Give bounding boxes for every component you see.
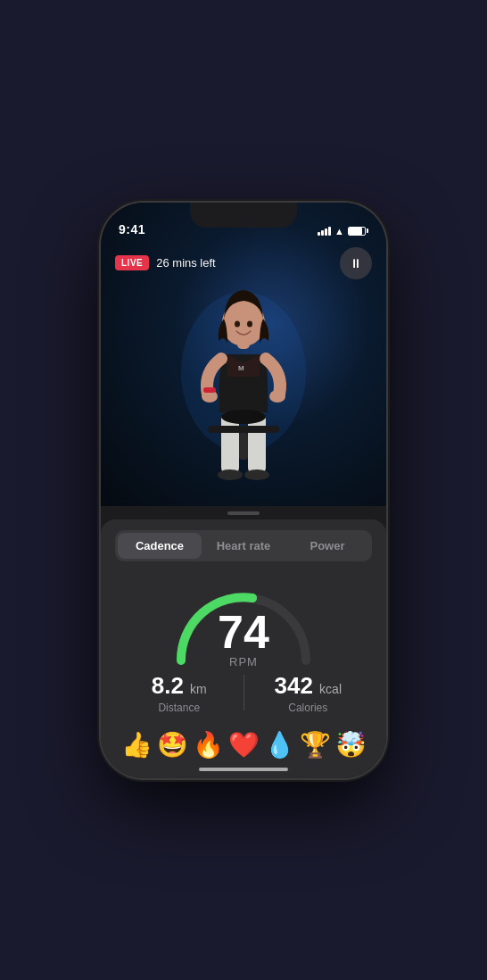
phone-shell: 9:41 ▲ bbox=[101, 203, 386, 778]
calories-value: 342 kcal bbox=[244, 672, 373, 700]
video-section: M bbox=[101, 203, 386, 506]
stats-row: 8.2 km Distance 342 kcal Calories bbox=[115, 672, 372, 714]
svg-point-11 bbox=[235, 320, 240, 327]
svg-point-16 bbox=[248, 594, 257, 602]
time-left: 26 mins left bbox=[156, 256, 215, 270]
status-time: 9:41 bbox=[119, 222, 145, 237]
svg-text:M: M bbox=[238, 364, 244, 372]
bottom-panel: Cadence Heart rate Power 74 RPM bbox=[101, 519, 386, 778]
home-indicator bbox=[199, 768, 288, 771]
tab-selector: Cadence Heart rate Power bbox=[115, 530, 372, 561]
emoji-chef[interactable]: 🤯 bbox=[334, 728, 368, 761]
emoji-heart[interactable]: ❤️ bbox=[227, 728, 261, 761]
live-bar: LIVE 26 mins left ⏸ bbox=[115, 247, 372, 279]
svg-point-3 bbox=[218, 469, 243, 480]
stat-calories: 342 kcal Calories bbox=[244, 672, 373, 714]
svg-rect-13 bbox=[208, 426, 279, 433]
signal-icon bbox=[318, 227, 331, 236]
tab-power[interactable]: Power bbox=[285, 533, 369, 559]
distance-value: 8.2 km bbox=[115, 672, 244, 700]
gauge-value: 74 RPM bbox=[218, 608, 269, 668]
gauge-container: 74 RPM bbox=[163, 576, 324, 665]
emoji-water[interactable]: 💧 bbox=[262, 728, 297, 761]
live-left: LIVE 26 mins left bbox=[115, 255, 216, 270]
stat-distance: 8.2 km Distance bbox=[115, 672, 244, 714]
pause-icon: ⏸ bbox=[350, 256, 362, 270]
emoji-trophy[interactable]: 🏆 bbox=[298, 728, 333, 761]
emoji-row: 👍 🤩 🔥 ❤️ 💧 🏆 🤯 bbox=[115, 728, 372, 761]
svg-rect-8 bbox=[203, 387, 216, 393]
tab-cadence[interactable]: Cadence bbox=[118, 533, 202, 559]
status-icons: ▲ bbox=[318, 226, 368, 237]
wifi-icon: ▲ bbox=[334, 226, 344, 237]
svg-point-7 bbox=[269, 390, 285, 403]
distance-label: Distance bbox=[115, 702, 244, 714]
live-badge: LIVE bbox=[115, 255, 149, 270]
emoji-fire[interactable]: 🔥 bbox=[191, 728, 226, 761]
svg-point-15 bbox=[221, 410, 266, 424]
svg-rect-14 bbox=[239, 433, 248, 460]
svg-point-4 bbox=[244, 469, 269, 480]
gauge-number: 74 bbox=[218, 608, 269, 654]
emoji-thumbsup[interactable]: 👍 bbox=[120, 728, 154, 761]
pause-button[interactable]: ⏸ bbox=[340, 247, 372, 279]
tab-heartrate[interactable]: Heart rate bbox=[202, 533, 285, 559]
battery-icon bbox=[348, 227, 368, 236]
notch bbox=[190, 203, 297, 228]
drag-handle[interactable] bbox=[227, 511, 260, 515]
svg-point-12 bbox=[247, 320, 252, 327]
calories-label: Calories bbox=[244, 702, 373, 714]
emoji-zap[interactable]: 🤩 bbox=[155, 728, 190, 761]
